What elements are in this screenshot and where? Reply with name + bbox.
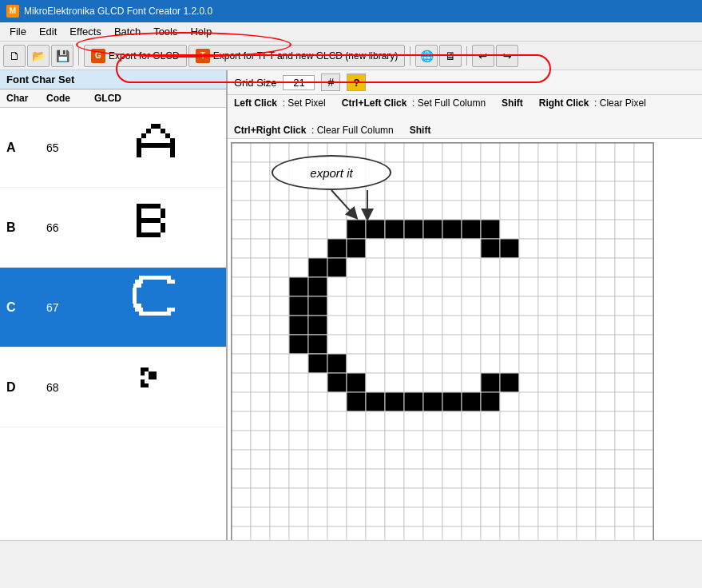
svg-rect-54 <box>171 280 175 284</box>
svg-rect-59 <box>133 296 137 300</box>
save-button[interactable]: 💾 <box>51 45 73 67</box>
char-row-A[interactable]: A 65 <box>0 108 226 188</box>
svg-rect-71 <box>155 312 159 316</box>
pixel-canvas[interactable] <box>231 142 654 540</box>
svg-rect-64 <box>139 308 143 312</box>
redo-button[interactable]: ↪ <box>496 45 518 67</box>
svg-rect-39 <box>141 232 146 237</box>
svg-rect-27 <box>137 213 141 218</box>
svg-rect-67 <box>139 312 143 316</box>
status-bar <box>0 540 702 556</box>
svg-rect-26 <box>161 209 165 213</box>
shortcut-shift-1: Shift <box>502 97 523 109</box>
svg-rect-10 <box>146 143 151 148</box>
svg-rect-60 <box>133 300 137 304</box>
svg-rect-83 <box>141 383 145 387</box>
menu-batch[interactable]: Batch <box>108 24 147 39</box>
svg-rect-74 <box>167 312 171 316</box>
svg-rect-48 <box>159 276 163 280</box>
char-B-label: B <box>0 219 40 236</box>
svg-rect-78 <box>149 371 153 375</box>
toolbar-separator-2 <box>410 46 410 66</box>
svg-rect-25 <box>137 209 141 213</box>
menu-file[interactable]: File <box>3 24 33 39</box>
col-code: Code <box>40 91 88 105</box>
svg-rect-55 <box>133 284 137 288</box>
svg-rect-29 <box>137 218 141 223</box>
svg-rect-7 <box>170 138 175 143</box>
svg-rect-72 <box>159 312 163 316</box>
menu-tools[interactable]: Tools <box>147 24 184 39</box>
pixel-editor: export it <box>228 139 702 540</box>
svg-rect-70 <box>151 312 155 316</box>
web-button[interactable]: 🌐 <box>415 45 438 67</box>
svg-rect-18 <box>137 153 141 157</box>
svg-rect-24 <box>156 204 161 209</box>
svg-rect-76 <box>141 371 145 375</box>
svg-rect-17 <box>170 148 175 153</box>
svg-rect-16 <box>137 148 141 153</box>
menu-edit[interactable]: Edit <box>33 24 63 39</box>
svg-rect-69 <box>147 312 151 316</box>
svg-rect-45 <box>147 276 151 280</box>
svg-rect-53 <box>167 280 171 284</box>
svg-rect-57 <box>133 288 137 292</box>
svg-rect-38 <box>137 232 141 237</box>
svg-rect-79 <box>153 371 157 375</box>
menu-bar: File Edit Effects Batch Tools Help <box>0 22 702 42</box>
svg-rect-82 <box>141 379 145 383</box>
svg-rect-75 <box>141 368 145 371</box>
shortcut-ctrl-left-click: Ctrl+Left Click : Set Full Column <box>342 97 486 109</box>
svg-rect-50 <box>167 276 171 280</box>
svg-rect-58 <box>133 292 137 296</box>
svg-rect-30 <box>141 218 146 223</box>
char-A-label: A <box>0 139 40 157</box>
export-tft-icon: T <box>196 49 210 63</box>
char-C-code: 67 <box>40 300 88 316</box>
shortcut-right-click: Right Click : Clear Pixel <box>539 97 646 109</box>
char-row-B[interactable]: B 66 <box>0 188 226 268</box>
col-char: Char <box>0 91 40 105</box>
svg-rect-14 <box>165 143 170 148</box>
svg-rect-15 <box>170 143 175 148</box>
svg-rect-3 <box>161 129 165 133</box>
grid-toggle-button[interactable]: # <box>321 74 340 91</box>
grid-size-input[interactable] <box>283 75 315 90</box>
export-tft-button[interactable]: T Export for TFT and new GLCD (new libra… <box>188 45 406 67</box>
svg-rect-61 <box>133 304 137 308</box>
char-row-D[interactable]: D 68 <box>0 348 226 427</box>
menu-help[interactable]: Help <box>184 24 218 39</box>
char-row-C[interactable]: C 67 <box>0 268 226 348</box>
svg-rect-81 <box>153 375 157 379</box>
svg-rect-5 <box>165 133 170 138</box>
right-panel: Grid Size # ? Left Click : Set Pixel Ctr… <box>228 70 702 540</box>
svg-rect-22 <box>146 204 151 209</box>
menu-effects[interactable]: Effects <box>63 24 108 39</box>
monitor-button[interactable]: 🖥 <box>439 45 462 67</box>
char-C-label: C <box>0 299 40 316</box>
shortcut-left-click: Left Click : Set Pixel <box>234 97 326 109</box>
app-title: MikroElektronika GLCD Font Creator 1.2.0… <box>24 6 212 17</box>
export-glcd-label: Export for GLCD <box>109 50 180 62</box>
grid-size-label: Grid Size <box>234 77 276 89</box>
svg-rect-9 <box>141 143 146 148</box>
char-list: A 65 <box>0 108 226 540</box>
new-button[interactable]: 🗋 <box>3 45 26 67</box>
svg-rect-28 <box>161 213 165 218</box>
export-tft-label: Export for TFT and new GLCD (new library… <box>213 50 399 62</box>
toolbar-separator-3 <box>466 46 467 66</box>
svg-rect-49 <box>163 276 167 280</box>
grid-size-bar: Grid Size # ? <box>228 70 702 95</box>
svg-rect-42 <box>156 232 161 237</box>
svg-rect-41 <box>151 232 156 237</box>
open-button[interactable]: 📂 <box>27 45 50 67</box>
svg-rect-12 <box>156 143 161 148</box>
help-button[interactable]: ? <box>347 74 366 91</box>
svg-rect-51 <box>135 280 139 284</box>
shortcut-bar: Left Click : Set Pixel Ctrl+Left Click :… <box>228 95 702 139</box>
svg-rect-8 <box>137 143 141 148</box>
svg-rect-35 <box>161 223 165 228</box>
col-glcd: GLCD <box>88 91 226 105</box>
export-glcd-button[interactable]: G Export for GLCD <box>84 45 187 67</box>
undo-button[interactable]: ↩ <box>472 45 494 67</box>
